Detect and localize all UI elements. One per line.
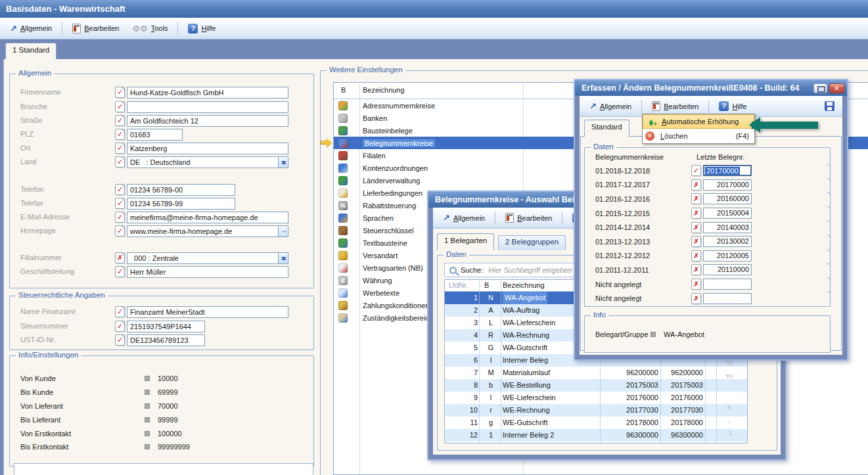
field-flag-icon[interactable] bbox=[115, 115, 125, 126]
belegnr-input[interactable]: 20160000 bbox=[703, 193, 752, 204]
table-row[interactable]: 10 r WE-Rechnung 20177030 20177030 bbox=[445, 404, 747, 417]
belegnr-input[interactable]: 20110000 bbox=[703, 264, 752, 275]
field-flag-icon[interactable] bbox=[691, 279, 701, 290]
belegnr-input[interactable]: 20150004 bbox=[703, 208, 752, 219]
field-flag-icon[interactable] bbox=[115, 334, 125, 346]
field-input[interactable]: Herr Müller bbox=[127, 266, 288, 278]
field-input[interactable]: 2151937549P1644 bbox=[127, 321, 205, 332]
settings-item-label: Versandart bbox=[363, 252, 398, 260]
table-row[interactable]: 11 g WE-Gutschrift 20178000 20178000 bbox=[445, 417, 747, 429]
discount-icon: % bbox=[338, 201, 348, 210]
tab-standard[interactable]: Standard bbox=[584, 120, 629, 137]
field-input[interactable]: 01234 56789-00 bbox=[127, 184, 235, 196]
field-flag-icon[interactable] bbox=[691, 222, 701, 233]
table-row[interactable]: 7 M Materialumlauf 96200000 96200000 bbox=[445, 367, 747, 379]
hilfe-menu-button[interactable]: ? Hilfe bbox=[714, 99, 751, 113]
field-flag-icon[interactable] bbox=[115, 306, 125, 317]
spinner-button[interactable] bbox=[278, 157, 288, 168]
field-input[interactable]: www.meine-firma-homepage.de bbox=[127, 225, 288, 237]
field-flag-icon[interactable] bbox=[691, 264, 701, 275]
cell-name: WE-Gutschrift bbox=[503, 417, 547, 429]
field-input[interactable]: Finanzamt MeinerStadt bbox=[127, 306, 288, 318]
save-icon[interactable] bbox=[825, 101, 834, 111]
field-flag-icon[interactable] bbox=[115, 212, 125, 223]
belegnr-input[interactable]: 20140003 bbox=[703, 222, 752, 233]
languages-icon bbox=[338, 214, 348, 223]
allgemein-menu-button[interactable]: ↗ Allgemein bbox=[585, 99, 636, 113]
field-flag-icon[interactable] bbox=[691, 165, 701, 176]
bearbeiten-menu-button[interactable]: Bearbeiten bbox=[68, 22, 124, 35]
menu-item-loeschen[interactable]: ✕ Löschen (F4) bbox=[643, 129, 754, 143]
field-input[interactable]: meinefirma@meine-firma-homepage.de bbox=[127, 212, 288, 223]
field-flag-icon[interactable] bbox=[115, 143, 125, 154]
field-flag-icon[interactable] bbox=[691, 236, 701, 247]
field-input[interactable]: Hund-Katze-Goldfisch GmbH bbox=[127, 87, 288, 99]
table-row[interactable]: 9 l WE-Lieferschein 20176000 20176000 bbox=[445, 392, 747, 404]
arrow-down-icon[interactable]: ↓ bbox=[727, 417, 731, 424]
spinner-button[interactable] bbox=[278, 253, 288, 263]
field-flag-icon[interactable] bbox=[691, 293, 701, 304]
bearbeiten-menu-button[interactable]: Bearbeiten bbox=[501, 211, 557, 225]
field-flag-icon[interactable] bbox=[115, 198, 125, 209]
col-header-b[interactable]: B bbox=[484, 281, 489, 289]
close-button[interactable]: ✕ bbox=[829, 83, 844, 93]
tools-menu-button[interactable]: ⚙⚙ Tools bbox=[127, 22, 172, 35]
hilfe-menu-button[interactable]: ? Hilfe bbox=[183, 22, 220, 35]
form-row: Name Finanzamt Finanzamt MeinerStadt bbox=[10, 306, 313, 318]
belegnr-input[interactable] bbox=[703, 293, 752, 304]
field-flag-icon[interactable] bbox=[115, 184, 125, 195]
field-flag-icon[interactable] bbox=[115, 266, 125, 277]
field-flag-icon[interactable] bbox=[115, 101, 125, 112]
move-down-icon[interactable]: ▾ bbox=[727, 403, 731, 412]
col-header-b[interactable]: B bbox=[341, 86, 346, 94]
allgemein-menu-button[interactable]: ↗ Allgemein bbox=[5, 22, 57, 35]
field-flag-icon[interactable] bbox=[691, 250, 701, 261]
field-input[interactable]: Katzenberg bbox=[127, 143, 288, 154]
period-label: Nicht angelegt bbox=[585, 281, 691, 288]
field-input[interactable]: 01234 56789-99 bbox=[127, 198, 235, 210]
nummernkreis-row: 01.2014-12.2014 20140003 bbox=[585, 220, 830, 235]
tab-standard[interactable]: 1 Standard bbox=[5, 43, 57, 59]
belegnr-input[interactable]: 20130002 bbox=[703, 236, 752, 247]
col-header-lfdnr[interactable]: LfdNr. bbox=[445, 281, 478, 289]
field-flag-icon[interactable] bbox=[115, 156, 125, 168]
field-flag-icon[interactable] bbox=[115, 321, 125, 332]
table-row[interactable]: 12 1 Interner Beleg 2 96300000 96300000 bbox=[445, 429, 747, 441]
field-input[interactable]: DE123456789123 bbox=[127, 334, 205, 346]
tab-beleggruppen[interactable]: 2 Beleggruppen bbox=[498, 235, 566, 250]
col-header-bezeichnung[interactable]: Bezeichnung bbox=[363, 86, 405, 94]
belegnr-input[interactable]: 20120005 bbox=[703, 250, 752, 261]
field-flag-icon[interactable] bbox=[691, 208, 701, 219]
ad-texts-icon bbox=[338, 288, 348, 298]
allgemein-menu-button[interactable]: ↗ Allgemein bbox=[438, 211, 490, 225]
search-input[interactable]: Hier Suchbegriff eingeben bbox=[488, 266, 572, 274]
table-row[interactable]: 8 b WE-Bestellung 20175003 20175003 bbox=[445, 379, 747, 392]
field-input[interactable]: 000 : Zentrale bbox=[127, 252, 288, 264]
tab-belegarten[interactable]: 1 Belegarten bbox=[437, 233, 494, 250]
col-header-bezeichnung[interactable]: Bezeichnung bbox=[503, 281, 545, 289]
period-label: 01.2011-12.2011 bbox=[585, 266, 691, 274]
field-label: PLZ bbox=[20, 130, 34, 138]
belegnr-input[interactable] bbox=[703, 279, 752, 290]
field-input[interactable]: DE : Deutschland bbox=[127, 156, 288, 168]
field-flag-icon[interactable] bbox=[691, 193, 701, 204]
field-input[interactable]: 01683 bbox=[127, 129, 183, 141]
edit-dialog: Erfassen / Ändern BelegnummernkreißE0408… bbox=[574, 79, 848, 361]
field-flag-icon[interactable] bbox=[115, 129, 125, 140]
field-flag-icon[interactable] bbox=[691, 179, 701, 191]
field-flag-icon[interactable] bbox=[115, 252, 125, 263]
maximize-button[interactable] bbox=[813, 83, 827, 93]
move-to-bottom-icon[interactable]: ↧ bbox=[727, 430, 733, 438]
belegnr-input[interactable]: 20170000 bbox=[703, 165, 752, 176]
menu-item-automatische-erhoehung[interactable]: + Automatische Erhöhung bbox=[643, 114, 754, 129]
bearbeiten-menu-button[interactable]: Bearbeiten bbox=[647, 99, 703, 113]
filter-icon[interactable]: ▾≡ bbox=[726, 372, 734, 380]
info-row: Von Kunde 10000 bbox=[10, 372, 313, 386]
field-input[interactable]: Am Goldfischteich 12 bbox=[127, 115, 288, 127]
belegnr-input[interactable]: 20170000 bbox=[703, 179, 752, 191]
field-flag-icon[interactable] bbox=[115, 87, 125, 98]
field-input[interactable] bbox=[127, 101, 288, 113]
field-flag-icon[interactable] bbox=[115, 225, 125, 237]
column-divider bbox=[501, 280, 501, 443]
open-homepage-button[interactable] bbox=[278, 226, 288, 237]
